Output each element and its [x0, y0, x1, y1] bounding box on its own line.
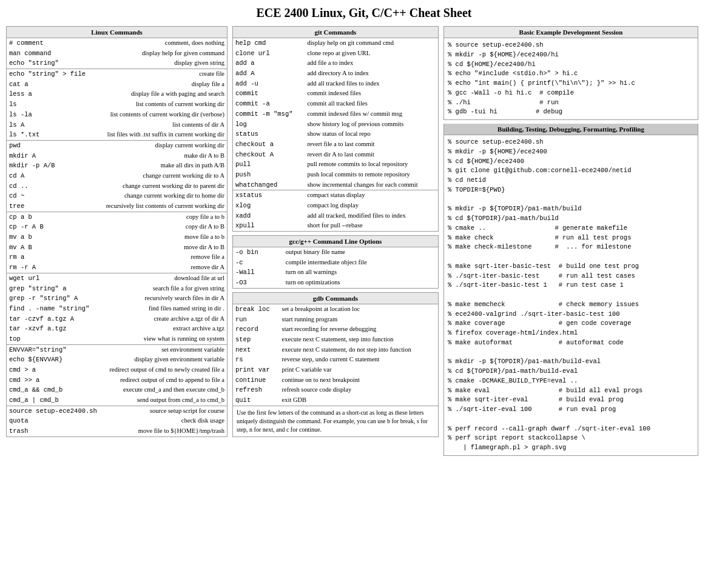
cmd-cell: add a: [233, 58, 305, 69]
cmd-cell: add A: [233, 69, 305, 79]
build-line: [448, 195, 694, 205]
table-row: cat a display file a: [7, 79, 228, 90]
cmd-cell: find . -name "string": [7, 304, 101, 314]
desc-cell: remove dir A: [101, 263, 228, 273]
desc-cell: print C variable var: [280, 365, 439, 375]
desc-cell: create archive a.tgz of dir A: [101, 314, 228, 324]
table-row: pull pull remote commits to local reposi…: [233, 159, 439, 170]
desc-cell: list contents of current working dir (ve…: [101, 110, 228, 120]
build-line: % make eval # build all eval progs: [448, 386, 694, 396]
cmd-cell: # comment: [7, 38, 101, 49]
dev-session-content: % source setup-ece2400.sh % mkdir -p ${H…: [443, 38, 698, 120]
build-line: % mkdir -p ${TOPDIR}/pa1-math/build: [448, 204, 694, 214]
desc-cell: compact status display: [305, 190, 438, 201]
desc-cell: short for pull --rebase: [305, 221, 438, 231]
dev-line: % source setup-ece2400.sh: [448, 41, 694, 50]
build-line: % source setup-ece2400.sh: [448, 138, 694, 147]
cmd-cell: pwd: [7, 140, 101, 150]
table-row: cd ~ change current working dir to home …: [7, 191, 228, 201]
table-row: add -u add all tracked files to index: [233, 79, 439, 89]
desc-cell: comment, does nothing: [101, 38, 228, 49]
table-row: clone url clone repo at given URL: [233, 49, 439, 59]
cmd-cell: tar -xzvf a.tgz: [7, 324, 101, 334]
table-row: step execute next C statement, step into…: [233, 335, 439, 345]
build-line: % make check # run all test progs: [448, 233, 694, 243]
build-line: [448, 290, 694, 300]
build-line: % make sqrt-iter-eval # build eval prog: [448, 395, 694, 405]
table-row: print var print C variable var: [233, 365, 439, 375]
table-row: xstatus compact status display: [233, 190, 439, 201]
desc-cell: turn on all warnings: [283, 267, 439, 278]
build-line: % cmake -DCMAKE_BUILD_TYPE=eval ..: [448, 376, 694, 386]
table-row: quota check disk usage: [7, 416, 228, 426]
build-line: % cd ${TOPDIR}/pa1-math/build-eval: [448, 367, 694, 376]
cmd-cell: trash: [7, 426, 101, 437]
desc-cell: execute cmd_a and then execute cmd_b: [101, 385, 228, 395]
desc-cell: display file a with paging and search: [101, 89, 228, 99]
cmd-cell: checkout a: [233, 139, 305, 150]
cmd-cell: -o bin: [233, 247, 283, 258]
table-row: trash move file to ${HOME}/tmp/trash: [7, 426, 228, 437]
desc-cell: check disk usage: [101, 416, 228, 426]
table-row: add A add directory A to index: [233, 69, 439, 79]
desc-cell: add file a to index: [305, 58, 438, 69]
cmd-cell: print var: [233, 365, 280, 375]
dev-line: % cd ${HOME}/ece2400/hi: [448, 60, 694, 70]
table-row: cmd_a && cmd_b execute cmd_a and then ex…: [7, 385, 228, 395]
build-line: % cd ${HOME}/ece2400: [448, 157, 694, 167]
table-row: source setup-ece2400.sh source setup scr…: [7, 406, 228, 416]
desc-cell: copy dir A to B: [101, 222, 228, 232]
cmd-cell: xpull: [233, 221, 305, 231]
build-line: % TOPDIR=${PWD}: [448, 186, 694, 195]
linux-column: Linux Commands # comment comment, does n…: [6, 26, 228, 437]
desc-cell: redirect output of cmd to newly created …: [101, 365, 228, 375]
cmd-cell: -O3: [233, 278, 283, 288]
table-row: ls list contents of current working dir: [7, 99, 228, 110]
desc-cell: download file at url: [101, 273, 228, 283]
build-line: % ./sqrt-iter-basic-test # run all test …: [448, 272, 694, 281]
cmd-cell: rs: [233, 355, 280, 365]
table-row: xpull short for pull --rebase: [233, 221, 439, 231]
build-line: % ./sqrt-iter-eval 100 # run eval prog: [448, 405, 694, 415]
cmd-cell: cp -r A B: [7, 222, 101, 232]
cmd-cell: checkout A: [233, 150, 305, 160]
cmd-cell: xlog: [233, 201, 305, 211]
table-row: cp -r A B copy dir A to B: [7, 222, 228, 232]
cmd-cell: tree: [7, 201, 101, 212]
desc-cell: list contents of dir A: [101, 120, 228, 130]
table-row: echo "string" display given string: [7, 58, 228, 69]
desc-cell: display current working dir: [101, 140, 228, 150]
table-row: next execute next C statement, do not st…: [233, 345, 439, 355]
build-session-content: % source setup-ece2400.sh % mkdir -p ${H…: [443, 135, 698, 456]
build-line: % cmake .. # generate makefile: [448, 224, 694, 233]
table-row: quit exit GDB: [233, 395, 439, 406]
table-row: top view what is running on system: [7, 334, 228, 344]
table-row: -Wall turn on all warnings: [233, 267, 439, 278]
cmd-cell: cd A: [7, 171, 101, 181]
desc-cell: add all tracked, modified files to index: [305, 211, 438, 221]
build-line: % make check-milestone # ... for milesto…: [448, 243, 694, 252]
cmd-cell: run: [233, 315, 280, 325]
table-row: cmd_a | cmd_b send output from cmd_a to …: [7, 395, 228, 406]
desc-cell: change current working dir to home dir: [101, 191, 228, 201]
desc-cell: commit all tracked files: [305, 99, 438, 109]
table-row: rs reverse step, undo current C statemen…: [233, 355, 439, 365]
table-row: find . -name "string" find files named s…: [7, 304, 228, 314]
git-column: git Commands help cmd display help on gi…: [232, 26, 439, 437]
table-row: -c compile intermediate object file: [233, 258, 439, 268]
table-row: tar -czvf a.tgz A create archive a.tgz o…: [7, 314, 228, 324]
table-row: ls -la list contents of current working …: [7, 110, 228, 120]
desc-cell: extract archive a.tgz: [101, 324, 228, 334]
cmd-cell: commit -a: [233, 99, 305, 109]
table-row: tar -xzvf a.tgz extract archive a.tgz: [7, 324, 228, 334]
build-line: % make coverage # gen code coverage: [448, 319, 694, 329]
cmd-cell: echo "string": [7, 58, 101, 69]
desc-cell: set environment variable: [101, 344, 228, 355]
build-line: [448, 415, 694, 424]
desc-cell: show history log of previous commits: [305, 119, 438, 130]
cmd-cell: ENVVAR="string": [7, 344, 101, 355]
build-line: % mkdir -p ${TOPDIR}/pa1-math/build-eval: [448, 357, 694, 367]
build-session-header: Building, Testing, Debugging, Formatting…: [443, 124, 698, 135]
cmd-cell: ls -la: [7, 110, 101, 120]
desc-cell: turn on optimizations: [283, 278, 439, 288]
